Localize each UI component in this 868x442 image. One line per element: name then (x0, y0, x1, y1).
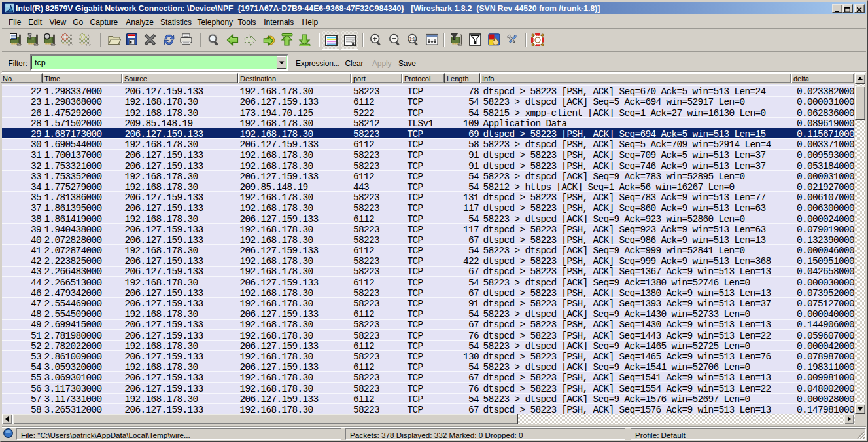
svg-text:1:1: 1:1 (409, 37, 415, 41)
